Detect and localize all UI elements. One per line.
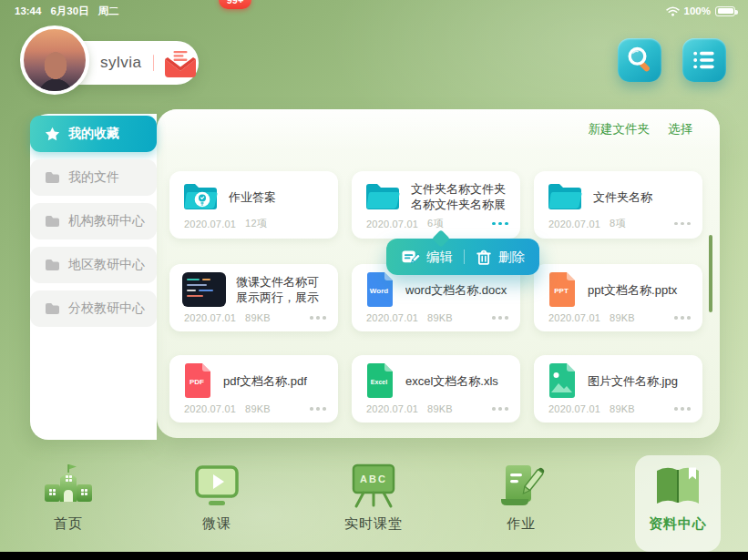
file-card[interactable]: 文件夹名称文件夹名称文件夹名称展示不用... 2020.07.01 6项 [352,171,520,239]
avatar[interactable] [20,25,89,95]
nav-label: 微课 [202,515,231,533]
delete-label: 删除 [498,249,525,266]
search-icon [621,42,658,78]
nav-item-live-class[interactable]: ABC 实时课堂 [319,462,428,533]
sidebar-item-label: 我的文件 [68,169,119,186]
unread-badge: 99+ [219,0,251,9]
file-date: 2020.07.01 [184,219,236,229]
search-button[interactable] [618,38,661,82]
list-icon [688,44,721,76]
more-options-button[interactable] [674,313,691,322]
status-weekday: 周二 [98,5,119,16]
folder-icon [45,171,60,184]
select-button[interactable]: 选择 [668,121,692,137]
file-card[interactable]: PDF pdf文档名称.pdf 2020.07.01 89KB [169,355,338,423]
delete-button[interactable]: 删除 [476,249,525,266]
nav-item-resource-center[interactable]: 资料中心 [623,462,733,533]
file-date: 2020.07.01 [366,219,418,229]
more-options-button[interactable] [310,313,326,322]
context-menu: 编辑 删除 [386,239,539,275]
file-date: 2020.07.01 [366,312,418,323]
home-school-icon [41,462,96,513]
file-meta: 89KB [245,403,271,414]
sidebar-item-branch-center[interactable]: 分校教研中心 [30,290,157,327]
file-card[interactable]: PPT ppt文档名称.pptx 2020.07.01 89KB [534,264,702,331]
sidebar-item-label: 分校教研中心 [68,300,145,317]
nav-label: 首页 [54,515,83,533]
excel-file-icon: Excel [364,362,395,399]
status-date: 6月30日 [50,5,88,16]
status-datetime: 13:446月30日周二 [15,5,128,18]
list-menu-button[interactable] [682,38,726,82]
app-root: 13:446月30日周二 100% sylvia 99+ [0,0,748,560]
file-title: ppt文档名称.pptx [588,282,692,298]
wifi-icon [666,6,680,16]
folder-icon [45,215,60,228]
more-options-button[interactable] [674,219,691,229]
video-thumbnail [182,272,226,307]
folder-bulb-icon [182,182,219,211]
profile-username: sylvia [100,54,142,72]
nav-item-microcourse[interactable]: 微课 [162,462,272,533]
battery-percent: 100% [684,5,711,16]
sidebar-item-region-center[interactable]: 地区教研中心 [30,247,157,283]
file-date: 2020.07.01 [184,312,236,323]
star-icon [45,127,60,141]
image-file-icon [547,362,578,399]
file-date: 2020.07.01 [184,403,236,414]
file-meta: 89KB [427,403,453,414]
file-card[interactable]: 文件夹名称 2020.07.01 8项 [534,171,702,239]
nav-label: 实时课堂 [344,515,403,533]
file-meta: 89KB [610,312,635,323]
file-meta: 89KB [427,312,453,323]
popup-divider [464,249,465,264]
file-title: excel文档名称.xls [405,373,509,389]
file-date: 2020.07.01 [366,403,418,414]
panel-scrollbar[interactable] [709,235,712,312]
nav-label: 资料中心 [649,515,707,533]
svg-text:ABC: ABC [360,473,387,484]
svg-text:PDF: PDF [190,378,204,386]
file-title: word文档名称.docx [405,282,509,298]
svg-text:Word: Word [370,287,388,295]
more-options-button[interactable] [492,313,508,322]
svg-text:PPT: PPT [554,287,569,295]
sidebar-item-favorites[interactable]: 我的收藏 [30,116,157,152]
more-options-button[interactable] [492,404,508,413]
nav-item-homework[interactable]: 作业 [466,462,576,533]
file-card[interactable]: Excel excel文档名称.xls 2020.07.01 89KB [352,355,520,423]
file-title: pdf文档名称.pdf [223,373,327,389]
file-title: 图片文件名称.jpg [588,373,692,389]
file-date: 2020.07.01 [548,219,600,229]
file-card[interactable]: 图片文件名称.jpg 2020.07.01 89KB [534,355,702,423]
open-book-icon [651,462,705,513]
more-options-button[interactable] [674,404,691,413]
more-options-button[interactable] [492,219,508,229]
pdf-file-icon: PDF [182,362,213,399]
sidebar-item-my-files[interactable]: 我的文件 [30,159,157,196]
new-folder-button[interactable]: 新建文件夹 [589,121,651,137]
ppt-file-icon: PPT [547,271,578,308]
file-title: 作业答案 [229,189,327,205]
edit-label: 编辑 [426,249,453,266]
panel-toolbar: 新建文件夹 选择 [589,121,693,137]
more-options-button[interactable] [310,404,326,413]
file-meta: 8项 [610,217,626,230]
mail-button[interactable] [162,46,199,80]
homework-pencil-icon [494,462,548,513]
file-date: 2020.07.01 [548,403,600,414]
nav-label: 作业 [507,515,536,533]
sidebar: 我的收藏 我的文件 机构教研中心 地区教研中心 分校教研中心 [30,114,157,440]
file-date: 2020.07.01 [548,312,600,323]
file-card[interactable]: 作业答案 2020.07.01 12项 [169,171,338,239]
file-card[interactable]: 微课文件名称可展示两行，展示不全时用... 2020.07.01 89KB [169,264,338,331]
monitor-play-icon [190,462,244,513]
word-file-icon: Word [364,271,395,308]
folder-icon [547,182,583,211]
nav-item-home[interactable]: 首页 [14,462,123,533]
sidebar-item-org-center[interactable]: 机构教研中心 [30,203,157,239]
blackboard-icon: ABC [346,462,401,513]
edit-button[interactable]: 编辑 [401,249,453,266]
mail-icon [162,46,199,80]
status-bar: 13:446月30日周二 100% [0,3,748,19]
